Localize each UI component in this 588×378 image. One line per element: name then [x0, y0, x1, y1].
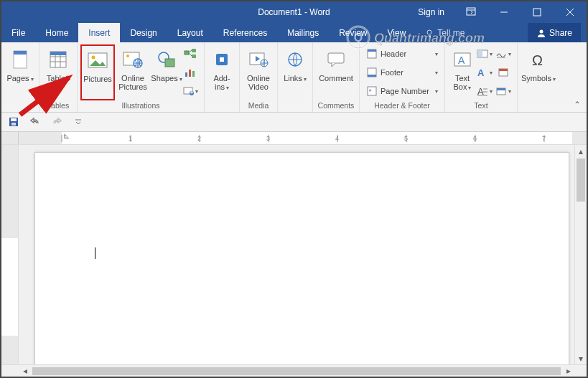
group-text: A Text Box▾ ▾ A▾ A▾ ▾ ▾ Text [445, 42, 518, 112]
svg-rect-0 [467, 8, 475, 15]
ribbon-tabs: File Home Insert Design Layout Reference… [1, 23, 587, 42]
svg-rect-15 [50, 52, 66, 55]
maximize-icon[interactable] [521, 1, 554, 23]
horizontal-ruler[interactable]: ⊾ 1234567 [1, 132, 587, 145]
ribbon-display-options-icon[interactable] [454, 1, 487, 23]
scroll-thumb[interactable] [32, 367, 561, 375]
group-label [281, 100, 309, 112]
object-icon[interactable]: ▾ [495, 83, 511, 99]
page-number-button[interactable]: #Page Number▾ [364, 83, 440, 99]
tab-references[interactable]: References [213, 23, 277, 42]
group-tables: Table▾ Tables [39, 42, 78, 112]
collapse-ribbon-icon[interactable]: ⌃ [571, 99, 584, 110]
tab-insert[interactable]: Insert [78, 23, 120, 42]
screenshot-icon[interactable]: ▾ [182, 83, 198, 99]
svg-rect-3 [533, 9, 541, 16]
svg-rect-28 [192, 71, 195, 77]
svg-rect-9 [14, 51, 27, 55]
document-title: Document1 - Word [258, 7, 330, 17]
comment-button[interactable]: Comment [316, 44, 356, 100]
links-button[interactable]: Links▾ [281, 44, 309, 100]
online-video-button[interactable]: Online Video [243, 44, 274, 100]
header-button[interactable]: Header▾ [364, 46, 440, 62]
svg-rect-40 [368, 49, 376, 52]
svg-point-17 [92, 56, 95, 60]
svg-text:3: 3 [266, 135, 270, 142]
page-icon [11, 47, 29, 72]
footer-button[interactable]: Footer▾ [364, 65, 440, 80]
smartart-icon[interactable] [182, 46, 198, 62]
omega-icon: Ω [529, 47, 548, 72]
group-symbols: Ω Symbols▾ [518, 42, 559, 112]
tab-home[interactable]: Home [35, 23, 78, 42]
group-label [4, 100, 36, 112]
svg-text:5: 5 [404, 135, 408, 142]
svg-text:1: 1 [129, 135, 132, 142]
table-button[interactable]: Table▾ [42, 44, 74, 100]
shapes-button[interactable]: Shapes▾ [151, 44, 182, 100]
group-label: Header & Footer [363, 100, 442, 112]
signin-button[interactable]: Sign in [408, 1, 454, 23]
drop-cap-icon[interactable]: A▾ [477, 83, 493, 99]
scroll-left-icon[interactable]: ◂ [19, 365, 31, 377]
svg-rect-34 [220, 57, 224, 62]
svg-text:7: 7 [542, 135, 546, 142]
tab-mailings[interactable]: Mailings [277, 23, 329, 42]
text-box-button[interactable]: A Text Box▾ [448, 44, 477, 100]
vertical-ruler[interactable] [1, 145, 19, 364]
group-links: Links▾ [278, 42, 313, 112]
scroll-right-icon[interactable]: ▸ [562, 365, 574, 377]
scroll-thumb[interactable] [577, 159, 585, 202]
svg-rect-32 [192, 91, 192, 94]
group-illustrations: Pictures Online Pictures Shapes▾ ▾ Illus… [78, 42, 205, 112]
symbols-button[interactable]: Ω Symbols▾ [521, 44, 556, 100]
group-media: Online Video Media [240, 42, 278, 112]
quick-parts-icon[interactable]: ▾ [477, 46, 493, 62]
quick-access-toolbar [1, 113, 587, 132]
svg-text:A: A [477, 67, 485, 77]
date-time-icon[interactable] [495, 65, 511, 80]
group-pages: Pages▾ [1, 42, 39, 112]
tell-me-search[interactable]: Tell me [416, 23, 475, 42]
tab-design[interactable]: Design [120, 23, 167, 42]
undo-icon[interactable] [27, 114, 43, 130]
svg-rect-56 [499, 69, 508, 71]
group-comments: Comment Comments [313, 42, 360, 112]
svg-point-19 [126, 55, 129, 57]
document-area: ▴ ▾ [1, 145, 587, 364]
horizontal-scrollbar[interactable]: ◂ ▸ [1, 364, 587, 377]
wordart-icon[interactable]: A▾ [477, 65, 493, 80]
vertical-scrollbar[interactable]: ▴ ▾ [574, 145, 587, 364]
addins-icon [213, 47, 230, 72]
svg-text:2: 2 [197, 135, 201, 142]
group-label: Tables [42, 100, 74, 112]
svg-text:A: A [477, 86, 484, 96]
group-label: Text [448, 100, 514, 112]
svg-rect-48 [477, 50, 482, 57]
addins-button[interactable]: Add-ins▾ [207, 44, 236, 100]
svg-rect-38 [328, 53, 344, 63]
signature-line-icon[interactable]: ▾ [495, 46, 511, 62]
save-icon[interactable] [6, 114, 22, 130]
redo-icon[interactable] [49, 114, 65, 130]
chart-icon[interactable] [182, 65, 198, 80]
ribbon: Pages▾ Table▾ Tables Pictures Online Pic… [1, 42, 587, 113]
document-page[interactable] [34, 152, 569, 364]
group-label [521, 100, 556, 112]
online-pictures-button[interactable]: Online Pictures [115, 44, 151, 100]
tab-layout[interactable]: Layout [167, 23, 213, 42]
tab-review[interactable]: Review [329, 23, 377, 42]
tab-file[interactable]: File [1, 23, 35, 42]
table-icon [49, 47, 67, 72]
qat-customize-icon[interactable] [70, 114, 86, 130]
scroll-down-icon[interactable]: ▾ [575, 352, 587, 364]
online-video-icon [248, 47, 269, 72]
share-button[interactable]: Share [528, 23, 581, 42]
pictures-button[interactable]: Pictures [80, 44, 115, 100]
tab-view[interactable]: View [378, 23, 416, 42]
close-icon[interactable] [554, 1, 587, 23]
group-label: Comments [316, 100, 356, 112]
scroll-up-icon[interactable]: ▴ [575, 145, 587, 157]
pages-button[interactable]: Pages▾ [4, 44, 36, 100]
minimize-icon[interactable] [487, 1, 521, 23]
